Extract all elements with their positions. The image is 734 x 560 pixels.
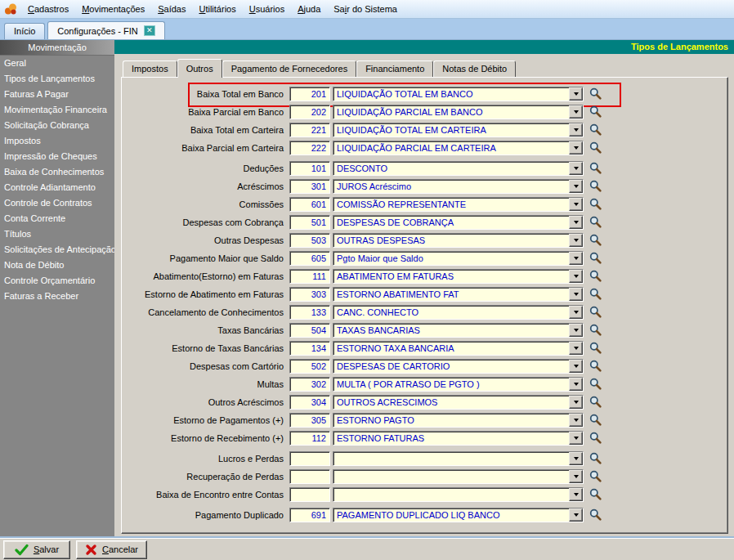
sidebar-item-faturas-a-pagar[interactable]: Faturas A Pagar [0,87,114,102]
code-input[interactable] [289,87,330,101]
cancel-button[interactable]: Cancelar [76,540,147,559]
search-icon[interactable] [588,161,602,176]
type-combobox[interactable]: DESPESAS DE CARTORIO [333,359,584,374]
code-input[interactable] [289,161,330,176]
type-combobox[interactable] [333,451,584,466]
code-input[interactable] [289,341,330,356]
doc-tab-configuracoes-fin[interactable]: Configurações - FIN✕ [47,21,164,39]
type-combobox[interactable]: OUTRAS DESPESAS [333,233,584,248]
code-input[interactable] [289,431,330,446]
search-icon[interactable] [588,87,602,101]
search-icon[interactable] [588,287,602,302]
combobox-dropdown-button[interactable] [569,306,583,319]
code-input[interactable] [289,359,330,374]
code-input[interactable] [289,377,330,392]
combobox-dropdown-button[interactable] [569,162,583,175]
combobox-dropdown-button[interactable] [569,396,583,409]
sidebar-item-controle-orcamentario[interactable]: Controle Orçamentário [0,273,114,289]
combobox-dropdown-button[interactable] [569,432,583,445]
search-icon[interactable] [588,305,602,320]
sidebar-item-movimentacao-financeira[interactable]: Movimentação Financeira [0,102,114,118]
combobox-dropdown-button[interactable] [569,288,583,301]
menu-ajuda[interactable]: Ajuda [291,1,327,17]
sidebar-item-geral[interactable]: Geral [0,56,114,71]
menu-usuarios[interactable]: Usuários [243,1,291,17]
type-combobox[interactable]: COMISSÃO REPRESENTANTE [333,197,584,212]
type-combobox[interactable] [333,469,584,484]
menu-sair-do-sistema[interactable]: Sair do Sistema [327,1,404,17]
combobox-dropdown-button[interactable] [569,360,583,373]
search-icon[interactable] [588,179,602,194]
sidebar-item-nota-de-debito[interactable]: Nota de Débito [0,258,114,273]
search-icon[interactable] [588,323,602,338]
sidebar-item-solicitacao-cobranca[interactable]: Solicitação Cobrança [0,118,114,133]
code-input[interactable] [289,123,330,137]
menu-saidas[interactable]: Saídas [151,1,192,17]
search-icon[interactable] [588,215,602,230]
combobox-dropdown-button[interactable] [569,252,583,265]
type-combobox[interactable]: LIQUIDAÇÃO PARCIAL EM CARTEIRA [333,141,584,155]
code-input[interactable] [289,179,330,194]
combobox-dropdown-button[interactable] [569,123,583,137]
search-icon[interactable] [588,197,602,212]
type-combobox[interactable]: DESPESAS DE COBRANÇA [333,215,584,230]
type-combobox[interactable]: LIQUIDAÇÃO TOTAL EM CARTEIRA [333,123,584,137]
search-icon[interactable] [588,233,602,248]
tab-pagamento-de-fornecedores[interactable]: Pagamento de Fornecedores [222,60,356,77]
type-combobox[interactable] [333,487,584,502]
search-icon[interactable] [588,251,602,266]
code-input[interactable] [289,508,330,522]
sidebar-item-controle-adiantamento[interactable]: Controle Adiantamento [0,180,114,195]
tab-impostos[interactable]: Impostos [123,60,177,77]
code-input[interactable] [289,269,330,284]
code-input[interactable] [289,233,330,248]
search-icon[interactable] [588,469,602,484]
search-icon[interactable] [588,413,602,428]
menu-movimentacoes[interactable]: Movimentações [75,1,151,17]
search-icon[interactable] [588,395,602,410]
combobox-dropdown-button[interactable] [569,105,583,119]
combobox-dropdown-button[interactable] [569,508,583,522]
sidebar-item-baixa-de-conhecimentos[interactable]: Baixa de Conhecimentos [0,164,114,180]
search-icon[interactable] [588,377,602,392]
type-combobox[interactable]: ABATIMENTO EM FATURAS [333,269,584,284]
search-icon[interactable] [588,487,602,502]
search-icon[interactable] [588,451,602,466]
search-icon[interactable] [588,269,602,284]
combobox-dropdown-button[interactable] [569,452,583,465]
combobox-dropdown-button[interactable] [569,141,583,155]
type-combobox[interactable]: LIQUIDAÇÃO TOTAL EM BANCO [333,87,584,101]
type-combobox[interactable]: ESTORNO ABATIMENTO FAT [333,287,584,302]
menu-cadastros[interactable]: Cadastros [21,1,75,17]
code-input[interactable] [289,323,330,338]
type-combobox[interactable]: ESTORNO FATURAS [333,431,584,446]
code-input[interactable] [289,251,330,266]
code-input[interactable] [289,215,330,230]
sidebar-item-titulos[interactable]: Títulos [0,226,114,242]
type-combobox[interactable]: JUROS Acréscimo [333,179,584,194]
search-icon[interactable] [588,508,602,522]
type-combobox[interactable]: PAGAMENTO DUPLICADO LIQ BANCO [333,508,584,522]
menu-utilitarios[interactable]: Utilitários [192,1,242,17]
search-icon[interactable] [588,431,602,446]
type-combobox[interactable]: ESTORNO PAGTO [333,413,584,428]
sidebar-item-tipos-de-lancamentos[interactable]: Tipos de Lançamentos [0,71,114,87]
code-input[interactable] [289,395,330,410]
type-combobox[interactable]: LIQUIDAÇÃO PARCIAL EM BANCO [333,105,584,119]
type-combobox[interactable]: MULTA ( POR ATRASO DE PGTO ) [333,377,584,392]
sidebar-item-controle-de-contratos[interactable]: Controle de Contratos [0,195,114,211]
search-icon[interactable] [588,123,602,137]
search-icon[interactable] [588,105,602,119]
tab-financiamento[interactable]: Financiamento [356,60,433,77]
code-input[interactable] [289,413,330,428]
doc-tab-inicio[interactable]: Início [4,23,45,39]
code-input[interactable] [289,105,330,119]
search-icon[interactable] [588,359,602,374]
code-input[interactable] [289,469,330,484]
close-icon[interactable]: ✕ [144,25,155,36]
type-combobox[interactable]: Pgto Maior que Saldo [333,251,584,266]
code-input[interactable] [289,141,330,155]
combobox-dropdown-button[interactable] [569,216,583,229]
search-icon[interactable] [588,341,602,356]
combobox-dropdown-button[interactable] [569,378,583,391]
